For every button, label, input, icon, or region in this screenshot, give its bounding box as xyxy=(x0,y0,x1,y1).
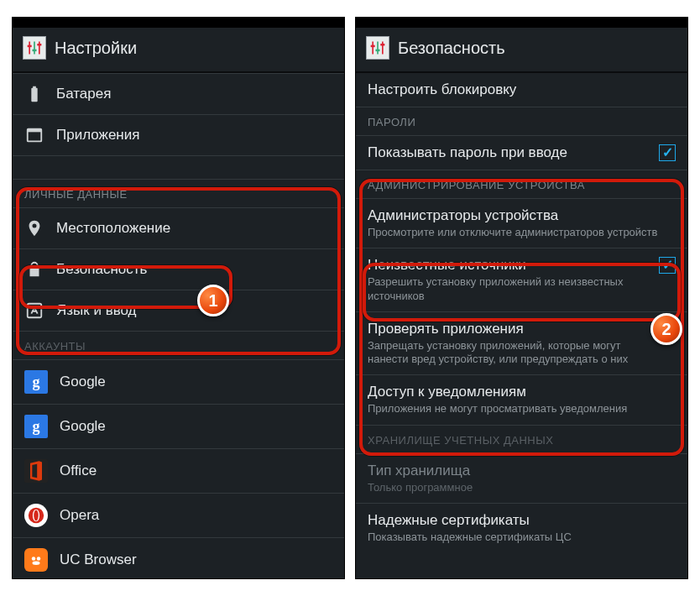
svg-rect-18 xyxy=(371,45,375,48)
row-account-google-1[interactable]: g Google xyxy=(13,360,344,405)
svg-rect-4 xyxy=(33,50,37,52)
section-header-passwords: ПАРОЛИ xyxy=(356,107,687,136)
row-subtitle: Запрещать установку приложений, которые … xyxy=(368,339,640,367)
svg-rect-1 xyxy=(34,42,35,55)
svg-rect-2 xyxy=(39,42,40,55)
svg-rect-16 xyxy=(377,42,379,55)
row-label: Язык и ввод xyxy=(56,302,137,319)
row-trusted-certs[interactable]: Надежные сертификаты Показывать надежные… xyxy=(356,504,687,552)
svg-rect-0 xyxy=(29,42,30,55)
row-language[interactable]: Язык и ввод xyxy=(13,290,344,332)
svg-point-14 xyxy=(33,562,40,566)
row-storage-type: Тип хранилища Только программное xyxy=(356,454,687,504)
security-screen: Безопасность Настроить блокировку ПАРОЛИ… xyxy=(355,17,688,579)
checkbox-unknown-sources[interactable] xyxy=(659,257,676,274)
google-icon: g xyxy=(24,415,48,438)
opera-icon xyxy=(24,504,48,527)
row-label: UC Browser xyxy=(60,552,137,568)
row-label: Администраторы устройства xyxy=(368,207,676,224)
location-icon xyxy=(24,218,44,238)
checkbox-verify-apps[interactable] xyxy=(659,321,676,337)
row-label: Показывать пароль при вводе xyxy=(368,144,640,161)
section-header-accounts: АККАУНТЫ xyxy=(13,332,344,360)
row-unknown-sources[interactable]: Неизвестные источники Разрешить установк… xyxy=(356,248,687,312)
svg-point-12 xyxy=(32,557,36,561)
row-label: Местоположение xyxy=(56,220,170,237)
row-label: Google xyxy=(60,418,106,435)
lock-icon xyxy=(24,259,44,280)
row-security[interactable]: Безопасность xyxy=(13,249,344,290)
checkbox-show-passwords[interactable] xyxy=(659,144,676,161)
section-header-admin: АДМИНИСТРИРОВАНИЕ УСТРОЙСТВА xyxy=(356,170,687,199)
row-configure-lock[interactable]: Настроить блокировку xyxy=(356,73,687,107)
row-device-admins[interactable]: Администраторы устройства Просмотрите ил… xyxy=(356,199,687,248)
section-header-credentials: ХРАНИЛИЩЕ УЧЕТНЫХ ДАННЫХ xyxy=(356,426,687,454)
row-label: Opera xyxy=(60,507,99,524)
svg-rect-3 xyxy=(28,45,32,48)
row-label: Проверять приложения xyxy=(368,321,640,337)
row-label: Office xyxy=(60,463,97,479)
settings-list[interactable]: Батарея Приложения ЛИЧНЫЕ ДАННЫЕ Местопо… xyxy=(13,73,344,579)
row-label: Приложения xyxy=(56,127,139,144)
svg-point-11 xyxy=(34,510,39,521)
row-subtitle: Только программное xyxy=(368,481,676,494)
row-label: Настроить блокировку xyxy=(368,81,516,98)
svg-rect-15 xyxy=(372,42,374,55)
row-label: Google xyxy=(60,374,106,390)
row-subtitle: Просмотрите или отключите администраторо… xyxy=(368,226,676,239)
section-header-personal: ЛИЧНЫЕ ДАННЫЕ xyxy=(13,180,344,208)
battery-icon xyxy=(24,84,44,104)
header-title: Безопасность xyxy=(398,39,505,58)
language-icon xyxy=(24,301,44,321)
status-bar xyxy=(13,18,344,28)
svg-rect-19 xyxy=(376,50,380,52)
office-icon xyxy=(24,459,48,483)
row-label: Доступ к уведомлениям xyxy=(368,384,676,400)
row-subtitle: Показывать надежные сертификаты ЦС xyxy=(368,531,676,544)
google-icon: g xyxy=(24,370,48,394)
row-account-opera[interactable]: Opera xyxy=(13,494,344,538)
row-notification-access[interactable]: Доступ к уведомлениям Приложения не могу… xyxy=(356,375,687,425)
row-battery[interactable]: Батарея xyxy=(13,74,344,115)
header: Настройки xyxy=(13,28,344,73)
settings-app-icon xyxy=(366,36,389,60)
row-location[interactable]: Местоположение xyxy=(13,208,344,249)
settings-screen: Настройки Батарея Приложения ЛИЧНЫЕ ДАНН… xyxy=(12,17,345,579)
row-label: Неизвестные источники xyxy=(368,257,640,274)
ucbrowser-icon xyxy=(24,548,48,572)
row-subtitle: Разрешить установку приложений из неизве… xyxy=(368,275,640,303)
apps-icon xyxy=(24,125,44,145)
row-verify-apps[interactable]: Проверять приложения Запрещать установку… xyxy=(356,312,687,376)
row-subtitle: Приложения не могут просматривать уведом… xyxy=(368,402,676,416)
row-account-office[interactable]: Office xyxy=(13,449,344,494)
row-label: Тип хранилища xyxy=(368,463,676,479)
settings-app-icon xyxy=(23,36,46,60)
svg-rect-20 xyxy=(380,44,384,46)
header: Безопасность xyxy=(356,28,687,73)
svg-point-13 xyxy=(37,557,41,561)
row-label: Батарея xyxy=(56,86,111,102)
row-show-passwords[interactable]: Показывать пароль при вводе xyxy=(356,136,687,170)
header-title: Настройки xyxy=(55,39,137,58)
status-bar xyxy=(356,18,687,28)
row-apps[interactable]: Приложения xyxy=(13,115,344,156)
svg-rect-7 xyxy=(28,129,42,133)
row-account-ucbrowser[interactable]: UC Browser xyxy=(13,538,344,579)
svg-rect-17 xyxy=(382,42,384,55)
svg-rect-5 xyxy=(37,44,41,46)
row-label: Безопасность xyxy=(56,261,147,278)
row-label: Надежные сертификаты xyxy=(368,512,676,529)
row-account-google-2[interactable]: g Google xyxy=(13,405,344,449)
security-list[interactable]: Настроить блокировку ПАРОЛИ Показывать п… xyxy=(356,73,687,552)
